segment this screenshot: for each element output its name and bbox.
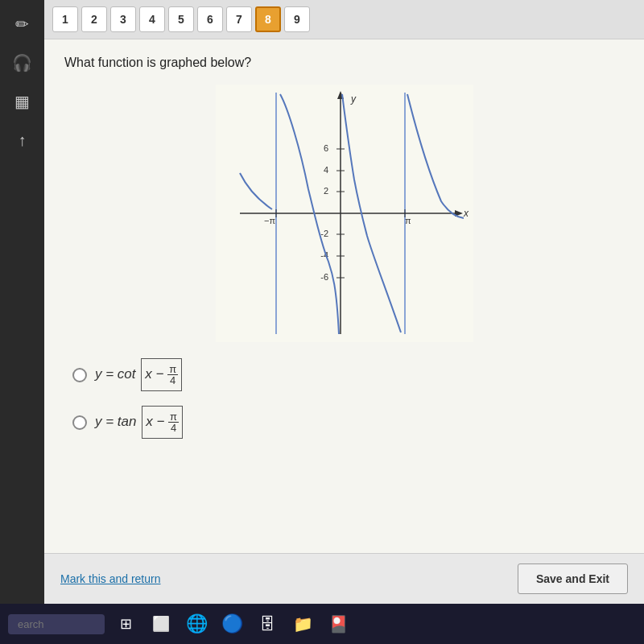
taskbar: ⊞ ⬜ 🌐 🔵 🗄 📁 🎴 [0, 604, 644, 644]
option-2-formula: y = tan x − π 4 [95, 406, 183, 439]
tab-7[interactable]: 7 [226, 6, 252, 32]
tab-2[interactable]: 2 [81, 6, 107, 32]
tab-4[interactable]: 4 [139, 6, 165, 32]
storage-icon[interactable]: 🗄 [253, 609, 282, 638]
search-input[interactable] [8, 614, 105, 634]
pencil-icon[interactable]: ✏ [5, 6, 40, 42]
option-row-1: y = cot x − π 4 [72, 358, 616, 391]
save-exit-button[interactable]: Save and Exit [518, 564, 628, 594]
option-row-2: y = tan x − π 4 [72, 406, 616, 439]
graph-container: 6 4 2 -2 -4 -6 y x −π π [216, 85, 473, 342]
question-area: What function is graphed below? [44, 39, 644, 553]
question-tabs: 1 2 3 4 5 6 7 8 9 [44, 0, 644, 39]
question-text: What function is graphed below? [64, 56, 624, 70]
svg-text:π: π [405, 216, 411, 225]
svg-text:-2: -2 [320, 229, 328, 238]
task-view-icon[interactable]: ⬜ [147, 609, 175, 638]
svg-text:2: 2 [323, 186, 328, 196]
chrome-icon[interactable]: 🔵 [217, 609, 246, 638]
app-icon[interactable]: 🎴 [324, 609, 353, 638]
svg-text:6: 6 [323, 143, 328, 153]
svg-text:4: 4 [323, 165, 328, 175]
tab-5[interactable]: 5 [168, 6, 194, 32]
svg-text:y: y [350, 93, 357, 105]
folder-icon[interactable]: 📁 [288, 609, 317, 638]
tab-8[interactable]: 8 [255, 6, 281, 32]
calculator-icon[interactable]: ▦ [5, 84, 40, 119]
tab-9[interactable]: 9 [284, 6, 310, 32]
bottom-bar: Mark this and return Save and Exit [44, 553, 644, 604]
quiz-panel: 1 2 3 4 5 6 7 8 9 What function is graph… [44, 0, 644, 604]
tab-1[interactable]: 1 [52, 6, 78, 32]
svg-text:-6: -6 [320, 272, 328, 282]
graph-svg: 6 4 2 -2 -4 -6 y x −π π [216, 85, 473, 342]
svg-text:−π: −π [264, 216, 275, 225]
windows-icon[interactable]: ⊞ [111, 609, 140, 638]
tab-6[interactable]: 6 [197, 6, 223, 32]
option-1-formula: y = cot x − π 4 [95, 358, 182, 391]
radio-option-1[interactable] [72, 368, 87, 382]
sidebar: ✏ 🎧 ▦ ↑ [0, 0, 44, 604]
edge-icon[interactable]: 🌐 [182, 609, 211, 638]
tab-3[interactable]: 3 [110, 6, 136, 32]
options-area: y = cot x − π 4 y = tan [64, 358, 624, 439]
svg-text:x: x [463, 208, 469, 219]
headphone-icon[interactable]: 🎧 [5, 45, 40, 80]
scroll-icon[interactable]: ↑ [5, 122, 40, 158]
mark-return-link[interactable]: Mark this and return [60, 572, 161, 585]
radio-option-2[interactable] [72, 415, 87, 430]
